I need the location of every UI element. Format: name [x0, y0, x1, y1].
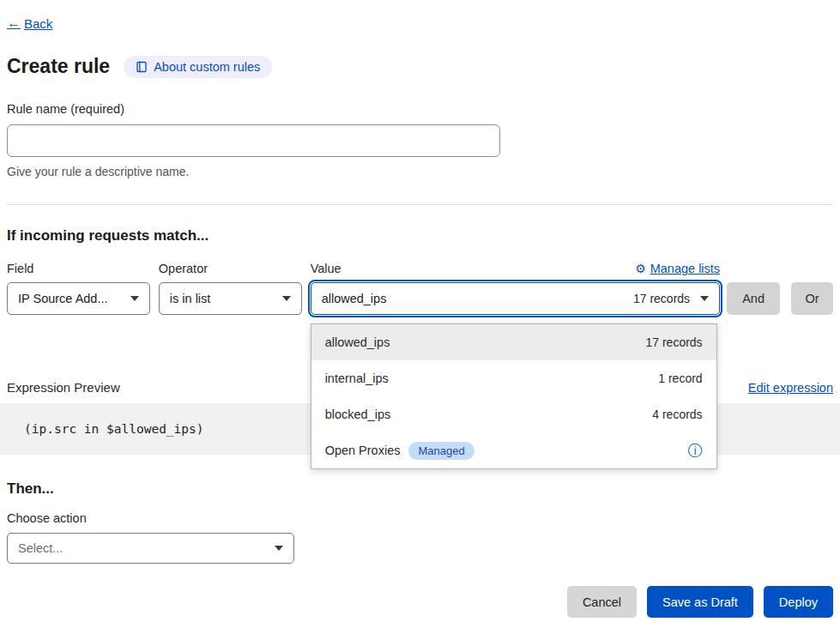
manage-lists-link[interactable]: ⚙ Manage lists — [635, 262, 720, 275]
operator-select[interactable]: is in list — [159, 282, 302, 315]
dropdown-item-open-proxies[interactable]: Open Proxies Managed ⓘ — [311, 432, 716, 468]
create-rule-page: ←Back Create rule About custom rules Rul… — [0, 0, 840, 634]
rule-name-helper: Give your rule a descriptive name. — [7, 165, 833, 178]
chevron-down-icon — [282, 296, 291, 301]
list-name: blocked_ips — [325, 408, 391, 421]
action-select[interactable]: Select... — [7, 533, 294, 564]
value-select-meta: 17 records — [633, 292, 690, 305]
rule-name-label: Rule name (required) — [7, 102, 833, 116]
save-as-draft-button[interactable]: Save as Draft — [647, 586, 753, 618]
list-name: allowed_ips — [325, 335, 390, 349]
and-button[interactable]: And — [727, 282, 780, 315]
divider — [7, 204, 833, 205]
title-row: Create rule About custom rules — [7, 55, 833, 78]
expression-code: (ip.src in $allowed_ips) — [24, 422, 204, 436]
dropdown-item-allowed-ips[interactable]: allowed_ips 17 records — [311, 324, 716, 360]
value-select[interactable]: allowed_ips 17 records — [311, 282, 720, 315]
chevron-down-icon — [275, 546, 283, 551]
choose-action-label: Choose action — [7, 511, 833, 525]
list-record-count: 4 records — [652, 408, 702, 421]
cancel-button[interactable]: Cancel — [567, 586, 637, 618]
action-select-placeholder: Select... — [18, 541, 63, 555]
info-icon[interactable]: ⓘ — [688, 444, 703, 458]
rule-name-input[interactable] — [7, 124, 500, 157]
back-label: Back — [24, 16, 52, 31]
about-custom-rules-badge[interactable]: About custom rules — [124, 56, 272, 78]
edit-expression-link[interactable]: Edit expression — [748, 381, 833, 395]
manage-lists-label: Manage lists — [650, 262, 720, 275]
then-section-title: Then... — [7, 480, 833, 498]
gear-icon: ⚙ — [635, 262, 646, 275]
field-select-value: IP Source Add... — [18, 292, 108, 305]
operator-select-value: is in list — [170, 292, 211, 305]
book-icon — [136, 61, 148, 73]
dropdown-item-blocked-ips[interactable]: blocked_ips 4 records — [311, 396, 716, 432]
deploy-button[interactable]: Deploy — [764, 586, 833, 618]
operator-column-label: Operator — [159, 262, 302, 275]
page-title: Create rule — [7, 55, 110, 78]
value-dropdown-menu: allowed_ips 17 records internal_ips 1 re… — [311, 323, 717, 469]
match-section-title: If incoming requests match... — [7, 227, 833, 245]
field-select[interactable]: IP Source Add... — [7, 282, 150, 315]
chevron-down-icon — [130, 296, 139, 301]
back-link[interactable]: ←Back — [7, 15, 52, 31]
condition-row: Field IP Source Add... Operator is in li… — [7, 262, 833, 315]
footer-actions: Cancel Save as Draft Deploy — [567, 586, 833, 618]
expression-preview-label: Expression Preview — [7, 380, 120, 395]
value-select-value: allowed_ips — [322, 292, 387, 305]
about-badge-label: About custom rules — [154, 60, 260, 74]
list-record-count: 17 records — [645, 335, 702, 349]
list-record-count: 1 record — [658, 371, 702, 385]
managed-badge: Managed — [408, 442, 474, 460]
value-column-label: Value — [311, 262, 341, 275]
or-button[interactable]: Or — [791, 282, 833, 315]
back-arrow-icon: ← — [7, 15, 21, 31]
list-name: Open Proxies — [325, 444, 401, 457]
dropdown-item-internal-ips[interactable]: internal_ips 1 record — [311, 360, 716, 396]
field-column-label: Field — [7, 262, 150, 275]
chevron-down-icon — [700, 296, 709, 301]
list-name: internal_ips — [325, 371, 389, 385]
